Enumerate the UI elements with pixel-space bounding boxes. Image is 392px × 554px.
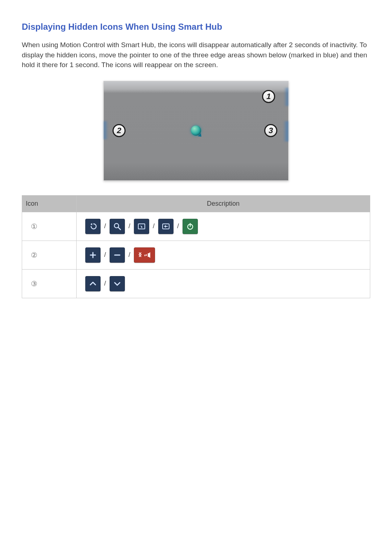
tv-screenshot: 1 2 3: [103, 81, 289, 181]
separator: /: [103, 280, 107, 287]
pointer-box-icon: [134, 219, 149, 234]
return-icon: [158, 219, 173, 234]
back-icon: [85, 219, 101, 234]
separator: /: [103, 251, 107, 259]
row1-icons: / / / /: [85, 219, 361, 234]
edge-hotspot-left: [104, 121, 108, 139]
separator: /: [176, 222, 180, 230]
motion-pointer-icon: [191, 126, 201, 136]
row3-icons: /: [85, 276, 361, 291]
icon-description-table: Icon Description ① / /: [22, 195, 370, 298]
row2-icons: / / ⇄: [85, 247, 361, 263]
callout-3: 3: [264, 124, 277, 137]
chevron-up-icon: [85, 276, 101, 291]
chevron-down-icon: [110, 276, 125, 291]
callout-1: 1: [262, 90, 275, 103]
row1-marker: ①: [31, 222, 37, 230]
table-row: ① / / /: [22, 212, 370, 241]
plus-icon: [85, 247, 101, 263]
svg-line-1: [118, 227, 121, 230]
minus-icon: [110, 247, 125, 263]
separator: /: [128, 251, 131, 259]
edge-hotspot-right: [283, 121, 288, 141]
table-row: ③ /: [22, 269, 370, 298]
th-description: Description: [77, 195, 370, 212]
section-title: Displaying Hidden Icons When Using Smart…: [22, 22, 370, 32]
th-icon: Icon: [22, 195, 77, 212]
screenshot-figure: 1 2 3: [22, 81, 370, 181]
svg-text:⇄: ⇄: [144, 253, 147, 257]
separator: /: [103, 222, 107, 230]
callout-2: 2: [113, 124, 126, 137]
table-row: ② / / ⇄: [22, 241, 370, 269]
intro-paragraph: When using Motion Control with Smart Hub…: [22, 40, 370, 70]
mute-speaker-icon: ⇄: [134, 247, 155, 263]
row3-marker: ③: [31, 280, 37, 288]
row2-marker: ②: [31, 251, 37, 259]
power-icon: [183, 219, 198, 234]
edge-hotspot-top-right: [284, 88, 288, 106]
search-icon: [110, 219, 125, 234]
separator: /: [128, 222, 131, 230]
separator: /: [152, 222, 155, 230]
